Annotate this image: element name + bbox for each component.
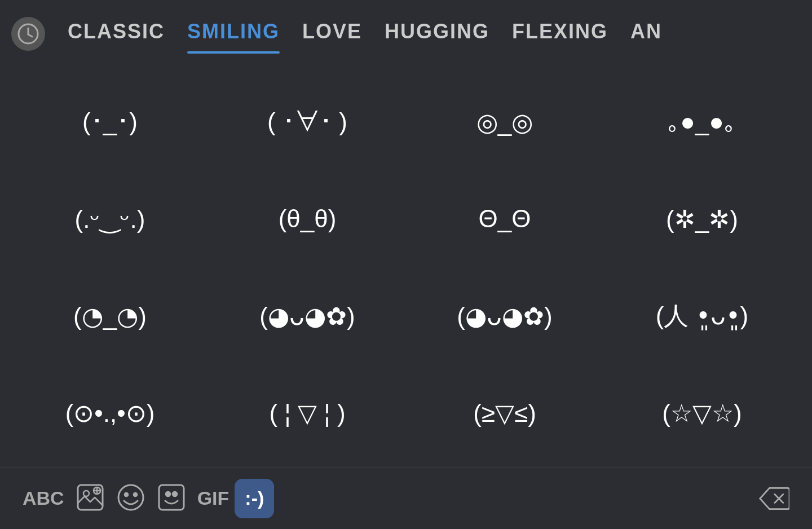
bottom-toolbar: ABC (0, 467, 812, 529)
kaomoji-2[interactable]: ( ･∀･ ) (209, 73, 406, 170)
kaomoji-1[interactable]: (･_･) (11, 73, 209, 170)
tab-flexing[interactable]: FLEXING (512, 20, 608, 48)
sticker-face-button[interactable] (151, 477, 192, 520)
kaomoji-10[interactable]: (◕ᴗ◕✿) (209, 267, 406, 364)
tab-smiling[interactable]: SMILING (187, 20, 280, 48)
kaomoji-button[interactable]: :-) (235, 479, 274, 518)
kaomoji-13[interactable]: (⊙•.,•⊙) (11, 364, 209, 461)
sticker-button[interactable] (70, 477, 111, 520)
kaomoji-label: :-) (245, 487, 264, 509)
kaomoji-8[interactable]: (✲_✲) (603, 170, 801, 267)
tab-love[interactable]: LOVE (302, 20, 362, 48)
abc-label: ABC (23, 487, 64, 509)
gif-button[interactable]: GIF (192, 479, 235, 518)
gif-label: GIF (197, 487, 230, 509)
emoji-icon (116, 483, 145, 514)
kaomoji-12[interactable]: (人 •͈ᴗ•͈) (603, 267, 801, 364)
tab-bar: CLASSIC SMILING LOVE HUGGING FLEXING AN (0, 0, 812, 68)
kaomoji-4[interactable]: ｡●_●｡ (603, 73, 801, 170)
kaomoji-14[interactable]: ( ¦ ▽ ¦ ) (209, 364, 406, 461)
svg-point-8 (118, 485, 143, 510)
sticker-face-icon (157, 483, 186, 514)
svg-point-9 (125, 493, 128, 496)
tab-hugging[interactable]: HUGGING (385, 20, 489, 48)
kaomoji-5[interactable]: (.ᵕ‿ᵕ.) (11, 170, 209, 267)
tab-an[interactable]: AN (630, 20, 662, 48)
kaomoji-7[interactable]: Θ_Θ (406, 170, 603, 267)
backspace-button[interactable] (752, 479, 795, 518)
svg-point-10 (134, 493, 137, 496)
kaomoji-grid: (･_･) ( ･∀･ ) ◎_◎ ｡●_●｡ (.ᵕ‿ᵕ.) (θ_θ) Θ_… (0, 68, 812, 467)
kaomoji-15[interactable]: (≥▽≤) (406, 364, 603, 461)
svg-point-13 (173, 492, 177, 496)
svg-rect-11 (159, 485, 184, 510)
kaomoji-3[interactable]: ◎_◎ (406, 73, 603, 170)
tab-recent[interactable] (11, 17, 45, 51)
kaomoji-6[interactable]: (θ_θ) (209, 170, 406, 267)
kaomoji-16[interactable]: (☆▽☆) (603, 364, 801, 461)
main-container: CLASSIC SMILING LOVE HUGGING FLEXING AN … (0, 0, 812, 529)
abc-button[interactable]: ABC (17, 479, 70, 518)
sticker-icon (76, 483, 105, 514)
svg-line-2 (28, 34, 32, 37)
kaomoji-11[interactable]: (◕ᴗ◕✿) (406, 267, 603, 364)
svg-point-12 (166, 492, 170, 496)
tab-classic[interactable]: CLASSIC (68, 20, 165, 48)
kaomoji-9[interactable]: (◔_◔) (11, 267, 209, 364)
svg-point-4 (83, 491, 89, 496)
emoji-button[interactable] (111, 477, 151, 520)
